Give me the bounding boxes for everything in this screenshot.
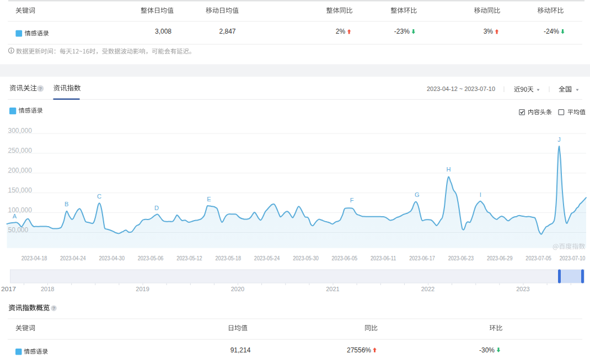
svg-text:2023-05-30: 2023-05-30 — [293, 255, 319, 261]
svg-text:100,000: 100,000 — [8, 206, 33, 214]
svg-text:J: J — [557, 136, 561, 143]
svg-text:C: C — [97, 193, 101, 200]
svg-text:200,000: 200,000 — [8, 167, 33, 174]
svg-text:2021: 2021 — [326, 286, 339, 292]
svg-text:2023-06-11: 2023-06-11 — [371, 255, 396, 261]
svg-text:2020: 2020 — [231, 286, 244, 292]
svg-text:?: ? — [52, 306, 55, 311]
svg-text:2023-06-17: 2023-06-17 — [409, 255, 435, 261]
svg-text:-30%: -30% — [479, 346, 495, 354]
svg-text:3%: 3% — [484, 28, 494, 35]
svg-text:2023: 2023 — [516, 286, 529, 292]
svg-text:2019: 2019 — [136, 286, 149, 292]
svg-text:2023-05-18: 2023-05-18 — [216, 255, 242, 261]
svg-text:2023-04-30: 2023-04-30 — [99, 255, 125, 261]
svg-text:27556%: 27556% — [347, 346, 371, 354]
svg-text:2017: 2017 — [1, 286, 16, 292]
svg-text:2018: 2018 — [41, 286, 54, 292]
svg-text:2023-05-12: 2023-05-12 — [176, 255, 202, 261]
svg-text:2,847: 2,847 — [219, 28, 235, 35]
svg-text:250,000: 250,000 — [8, 147, 33, 154]
svg-text:2023-07-10: 2023-07-10 — [560, 255, 586, 261]
svg-text:H: H — [446, 166, 450, 173]
svg-text:150,000: 150,000 — [8, 186, 33, 194]
svg-text:-23%: -23% — [394, 28, 410, 35]
svg-text:2022: 2022 — [421, 286, 435, 292]
svg-text:I: I — [480, 191, 481, 198]
svg-text:2023-04-12 ~ 2023-07-10: 2023-04-12 ~ 2023-07-10 — [427, 85, 495, 92]
svg-text:?: ? — [39, 86, 42, 92]
svg-text:2023-04-18: 2023-04-18 — [22, 255, 47, 261]
svg-text:3,008: 3,008 — [155, 28, 171, 35]
svg-text:2023-07-05: 2023-07-05 — [525, 255, 551, 261]
svg-text:2023-05-06: 2023-05-06 — [138, 255, 164, 261]
svg-text:2023-06-23: 2023-06-23 — [448, 255, 474, 261]
svg-text:-24%: -24% — [544, 28, 559, 35]
svg-text:91,214: 91,214 — [230, 346, 251, 354]
svg-text:50,000: 50,000 — [8, 226, 29, 234]
svg-text:2023-06-29: 2023-06-29 — [487, 255, 513, 261]
svg-text:300,000: 300,000 — [8, 127, 33, 135]
svg-text:2023-06-05: 2023-06-05 — [332, 255, 358, 261]
svg-text:A: A — [13, 213, 17, 220]
svg-text:E: E — [207, 196, 211, 202]
svg-text:G: G — [415, 191, 420, 198]
svg-text:2023-04-24: 2023-04-24 — [60, 255, 86, 261]
svg-text:F: F — [350, 197, 354, 204]
svg-text:B: B — [65, 201, 68, 207]
svg-text:2%: 2% — [336, 28, 346, 35]
svg-text:D: D — [154, 205, 159, 211]
svg-text:2023-05-24: 2023-05-24 — [254, 255, 280, 261]
